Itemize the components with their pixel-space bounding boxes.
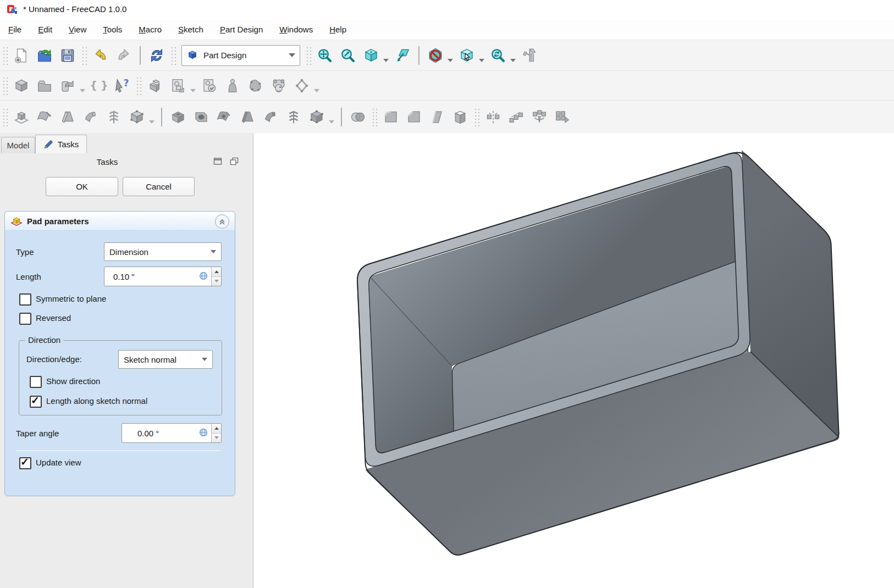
datum-button[interactable] [290, 74, 313, 98]
link-button[interactable] [56, 74, 79, 98]
workbench-selector[interactable]: Part Design [181, 45, 300, 66]
toolbar-drag-handle[interactable] [305, 45, 312, 66]
shapebinder-button[interactable] [244, 74, 267, 98]
taper-angle-spinbox[interactable]: 0.00 ° [122, 423, 222, 443]
type-combobox[interactable]: Dimension [104, 242, 222, 261]
toolbar-drag-handle[interactable] [81, 45, 87, 66]
update-view-checkbox[interactable]: ✓ [19, 457, 31, 469]
boolean-button[interactable] [346, 105, 369, 129]
toolbar-drag-handle[interactable] [2, 75, 8, 96]
save-document-button[interactable] [56, 43, 79, 68]
zoom-to-selection-button[interactable] [487, 43, 510, 68]
menu-edit[interactable]: Edit [30, 20, 60, 39]
multitransform-button[interactable] [551, 105, 574, 129]
align-to-selection-button[interactable] [391, 43, 414, 68]
fit-all-button[interactable] [313, 43, 336, 68]
collapse-section-button[interactable] [215, 214, 229, 229]
toolbar-separator [161, 108, 162, 126]
menu-view[interactable]: View [60, 20, 95, 39]
subtractive-helix-button[interactable] [282, 105, 305, 129]
clipping-plane-button[interactable] [424, 43, 447, 68]
float-panel-icon[interactable] [230, 157, 240, 166]
link-dropdown-arrow[interactable] [80, 89, 85, 92]
mirrored-button[interactable] [482, 105, 505, 129]
box-selection-dropdown-arrow[interactable] [479, 59, 484, 62]
create-body-button[interactable] [144, 74, 167, 98]
toolbar-drag-handle[interactable] [2, 107, 8, 127]
linear-pattern-button[interactable] [505, 105, 528, 129]
ok-button[interactable]: OK [46, 177, 118, 196]
clone-icon [271, 77, 287, 94]
symmetric-to-plane-checkbox[interactable] [19, 293, 31, 306]
draft-button[interactable] [426, 105, 449, 129]
hole-button[interactable] [190, 105, 213, 129]
axonometric-view-button[interactable] [360, 43, 383, 68]
additive-loft-button[interactable] [56, 105, 79, 129]
subtractive-primitive-button[interactable] [305, 105, 328, 129]
whats-this-button[interactable]: ? [111, 74, 134, 98]
tab-model[interactable]: Model [1, 137, 35, 153]
measure-button[interactable] [518, 43, 541, 68]
manikin-button[interactable] [221, 74, 244, 98]
zoom-to-selection-dropdown-arrow[interactable] [510, 59, 516, 62]
validate-sketch-button[interactable] [198, 74, 221, 98]
cancel-button[interactable]: Cancel [123, 177, 195, 196]
additive-primitive-dropdown-arrow[interactable] [149, 120, 154, 124]
menu-file[interactable]: File [0, 20, 30, 39]
menu-part-design[interactable]: Part Design [212, 20, 271, 39]
taper-spin-up-button[interactable] [212, 424, 221, 434]
pad-preview-solid[interactable] [253, 133, 894, 588]
new-document-button[interactable] [10, 43, 33, 68]
fillet-button[interactable] [379, 105, 402, 129]
thickness-button[interactable] [449, 105, 472, 129]
toolbar-drag-handle[interactable] [2, 45, 8, 66]
length-spin-up-button[interactable] [212, 267, 221, 277]
menu-tools[interactable]: Tools [95, 20, 130, 39]
3d-viewport[interactable] [253, 133, 894, 588]
tab-tasks[interactable]: Tasks [35, 135, 87, 153]
pocket-button[interactable] [167, 105, 190, 129]
show-direction-checkbox[interactable] [30, 376, 42, 388]
toolbar-drag-handle[interactable] [135, 75, 142, 96]
taper-spin-down-button[interactable] [212, 434, 221, 443]
menu-windows[interactable]: Windows [271, 20, 321, 39]
part-button[interactable] [10, 74, 33, 98]
additive-primitive-button[interactable] [125, 105, 148, 129]
revolution-button[interactable] [33, 105, 56, 129]
dock-panel-icon[interactable] [213, 157, 223, 166]
direction-edge-combobox[interactable]: Sketch normal [118, 350, 213, 369]
chamfer-button[interactable] [402, 105, 426, 129]
refresh-button[interactable] [145, 43, 168, 68]
groove-button[interactable] [213, 105, 236, 129]
create-sketch-dropdown-arrow[interactable] [190, 89, 196, 92]
group-button[interactable] [33, 74, 56, 98]
additive-pipe-button[interactable] [79, 105, 102, 129]
box-selection-button[interactable] [455, 43, 478, 68]
create-sketch-button[interactable] [167, 74, 190, 98]
length-spin-down-button[interactable] [212, 277, 221, 286]
open-document-button[interactable] [33, 43, 56, 68]
subtractive-pipe-button[interactable] [259, 105, 282, 129]
axonometric-view-dropdown-arrow[interactable] [383, 59, 389, 62]
subtractive-primitive-dropdown-arrow[interactable] [329, 120, 334, 124]
clone-button[interactable] [267, 74, 290, 98]
additive-helix-button[interactable] [102, 105, 125, 129]
subtractive-loft-button[interactable] [236, 105, 259, 129]
redo-button[interactable] [112, 43, 135, 68]
toolbar-drag-handle[interactable] [473, 107, 480, 127]
menu-sketch[interactable]: Sketch [170, 20, 212, 39]
reversed-checkbox[interactable] [19, 313, 31, 325]
undo-button[interactable] [89, 43, 112, 68]
length-along-normal-checkbox[interactable]: ✓ [30, 396, 42, 408]
polar-pattern-button[interactable] [528, 105, 551, 129]
menu-macro[interactable]: Macro [130, 20, 170, 39]
fit-selection-button[interactable] [336, 43, 360, 68]
clipping-plane-dropdown-arrow[interactable] [448, 59, 453, 62]
length-spinbox[interactable]: 0.10 " [104, 267, 222, 286]
toolbar-drag-handle[interactable] [371, 107, 378, 127]
datum-dropdown-arrow[interactable] [314, 89, 319, 92]
menu-help[interactable]: Help [321, 20, 355, 39]
pad-button[interactable] [10, 105, 33, 129]
toolbar-drag-handle[interactable] [170, 45, 176, 66]
expression-braces-button[interactable]: { } [87, 74, 111, 98]
